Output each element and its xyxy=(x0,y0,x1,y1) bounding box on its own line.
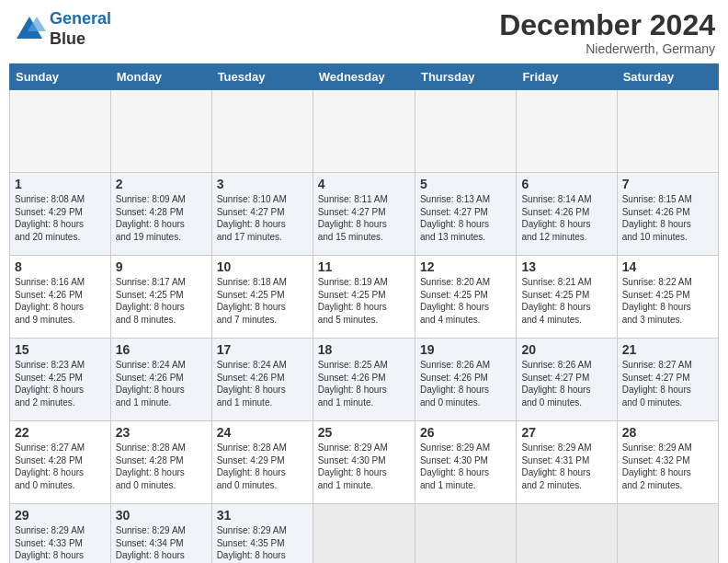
col-header-monday: Monday xyxy=(110,64,211,90)
day-number: 26 xyxy=(420,425,511,440)
col-header-tuesday: Tuesday xyxy=(211,64,313,90)
day-info: Sunrise: 8:25 AM Sunset: 4:26 PM Dayligh… xyxy=(318,359,410,408)
col-header-sunday: Sunday xyxy=(10,64,111,90)
day-info: Sunrise: 8:13 AM Sunset: 4:27 PM Dayligh… xyxy=(420,193,511,243)
day-cell: 12Sunrise: 8:20 AM Sunset: 4:25 PM Dayli… xyxy=(415,256,516,339)
day-cell: 18Sunrise: 8:25 AM Sunset: 4:26 PM Dayli… xyxy=(313,339,415,421)
day-number: 6 xyxy=(521,177,611,191)
day-info: Sunrise: 8:29 AM Sunset: 4:32 PM Dayligh… xyxy=(622,442,713,491)
day-info: Sunrise: 8:16 AM Sunset: 4:26 PM Dayligh… xyxy=(15,276,106,326)
day-cell: 17Sunrise: 8:24 AM Sunset: 4:26 PM Dayli… xyxy=(211,339,313,421)
day-info: Sunrise: 8:23 AM Sunset: 4:25 PM Dayligh… xyxy=(15,359,106,408)
page-header: General Blue December 2024 Niederwerth, … xyxy=(9,9,719,56)
day-number: 23 xyxy=(116,425,207,440)
day-info: Sunrise: 8:29 AM Sunset: 4:31 PM Dayligh… xyxy=(521,442,611,491)
day-cell: 29Sunrise: 8:29 AM Sunset: 4:33 PM Dayli… xyxy=(10,504,111,563)
location: Niederwerth, Germany xyxy=(499,41,715,56)
week-row-3: 15Sunrise: 8:23 AM Sunset: 4:25 PM Dayli… xyxy=(10,339,719,421)
day-number: 9 xyxy=(116,259,207,274)
day-cell: 22Sunrise: 8:27 AM Sunset: 4:28 PM Dayli… xyxy=(10,421,111,504)
day-cell xyxy=(110,90,211,173)
day-cell xyxy=(617,90,718,173)
day-info: Sunrise: 8:20 AM Sunset: 4:25 PM Dayligh… xyxy=(420,276,511,326)
day-cell: 24Sunrise: 8:28 AM Sunset: 4:29 PM Dayli… xyxy=(211,421,313,504)
day-info: Sunrise: 8:29 AM Sunset: 4:35 PM Dayligh… xyxy=(217,524,308,563)
day-cell: 1Sunrise: 8:08 AM Sunset: 4:29 PM Daylig… xyxy=(10,173,111,256)
day-info: Sunrise: 8:24 AM Sunset: 4:26 PM Dayligh… xyxy=(217,359,308,408)
calendar-table: SundayMondayTuesdayWednesdayThursdayFrid… xyxy=(9,63,719,563)
day-number: 30 xyxy=(116,508,207,523)
day-info: Sunrise: 8:26 AM Sunset: 4:27 PM Dayligh… xyxy=(521,359,611,408)
day-cell: 13Sunrise: 8:21 AM Sunset: 4:25 PM Dayli… xyxy=(517,256,617,339)
day-cell: 21Sunrise: 8:27 AM Sunset: 4:27 PM Dayli… xyxy=(617,339,718,421)
day-number: 8 xyxy=(15,259,106,274)
day-cell: 7Sunrise: 8:15 AM Sunset: 4:26 PM Daylig… xyxy=(617,173,718,256)
day-number: 4 xyxy=(318,177,410,191)
day-number: 29 xyxy=(15,508,106,523)
day-number: 27 xyxy=(521,425,611,440)
day-info: Sunrise: 8:29 AM Sunset: 4:30 PM Dayligh… xyxy=(420,442,511,491)
day-number: 14 xyxy=(622,259,713,274)
day-cell: 8Sunrise: 8:16 AM Sunset: 4:26 PM Daylig… xyxy=(10,256,111,339)
day-cell: 11Sunrise: 8:19 AM Sunset: 4:25 PM Dayli… xyxy=(313,256,415,339)
day-info: Sunrise: 8:29 AM Sunset: 4:34 PM Dayligh… xyxy=(116,524,207,563)
day-info: Sunrise: 8:14 AM Sunset: 4:26 PM Dayligh… xyxy=(521,193,611,243)
day-cell: 4Sunrise: 8:11 AM Sunset: 4:27 PM Daylig… xyxy=(313,173,415,256)
day-cell xyxy=(211,90,313,173)
logo: General Blue xyxy=(13,9,111,49)
day-cell: 14Sunrise: 8:22 AM Sunset: 4:25 PM Dayli… xyxy=(617,256,718,339)
week-row-4: 22Sunrise: 8:27 AM Sunset: 4:28 PM Dayli… xyxy=(10,421,719,504)
week-row-5: 29Sunrise: 8:29 AM Sunset: 4:33 PM Dayli… xyxy=(10,504,719,563)
day-cell: 15Sunrise: 8:23 AM Sunset: 4:25 PM Dayli… xyxy=(10,339,111,421)
day-cell: 20Sunrise: 8:26 AM Sunset: 4:27 PM Dayli… xyxy=(517,339,617,421)
week-row-1: 1Sunrise: 8:08 AM Sunset: 4:29 PM Daylig… xyxy=(10,173,719,256)
day-number: 28 xyxy=(622,425,713,440)
day-number: 3 xyxy=(217,177,308,191)
day-cell: 6Sunrise: 8:14 AM Sunset: 4:26 PM Daylig… xyxy=(517,173,617,256)
day-info: Sunrise: 8:08 AM Sunset: 4:29 PM Dayligh… xyxy=(15,193,106,243)
day-cell xyxy=(313,90,415,173)
day-info: Sunrise: 8:29 AM Sunset: 4:30 PM Dayligh… xyxy=(318,442,410,491)
logo-icon xyxy=(13,13,46,46)
day-cell xyxy=(313,504,415,563)
day-number: 2 xyxy=(116,177,207,191)
day-cell: 28Sunrise: 8:29 AM Sunset: 4:32 PM Dayli… xyxy=(617,421,718,504)
day-info: Sunrise: 8:21 AM Sunset: 4:25 PM Dayligh… xyxy=(521,276,611,326)
month-title: December 2024 xyxy=(499,9,715,41)
day-info: Sunrise: 8:11 AM Sunset: 4:27 PM Dayligh… xyxy=(318,193,410,243)
col-header-thursday: Thursday xyxy=(415,64,516,90)
day-info: Sunrise: 8:17 AM Sunset: 4:25 PM Dayligh… xyxy=(116,276,207,326)
col-header-wednesday: Wednesday xyxy=(313,64,415,90)
day-cell: 3Sunrise: 8:10 AM Sunset: 4:27 PM Daylig… xyxy=(211,173,313,256)
logo-text: General Blue xyxy=(50,9,111,49)
day-info: Sunrise: 8:24 AM Sunset: 4:26 PM Dayligh… xyxy=(116,359,207,408)
day-cell xyxy=(10,90,111,173)
week-row-0 xyxy=(10,90,719,173)
day-number: 15 xyxy=(15,342,106,357)
col-header-saturday: Saturday xyxy=(617,64,718,90)
day-number: 18 xyxy=(318,342,410,357)
day-info: Sunrise: 8:10 AM Sunset: 4:27 PM Dayligh… xyxy=(217,193,308,243)
day-number: 12 xyxy=(420,259,511,274)
day-cell: 25Sunrise: 8:29 AM Sunset: 4:30 PM Dayli… xyxy=(313,421,415,504)
day-number: 11 xyxy=(318,259,410,274)
day-number: 10 xyxy=(217,259,308,274)
day-cell xyxy=(617,504,718,563)
day-info: Sunrise: 8:09 AM Sunset: 4:28 PM Dayligh… xyxy=(116,193,207,243)
day-number: 22 xyxy=(15,425,106,440)
day-number: 31 xyxy=(217,508,308,523)
day-cell: 30Sunrise: 8:29 AM Sunset: 4:34 PM Dayli… xyxy=(110,504,211,563)
day-cell: 10Sunrise: 8:18 AM Sunset: 4:25 PM Dayli… xyxy=(211,256,313,339)
week-row-2: 8Sunrise: 8:16 AM Sunset: 4:26 PM Daylig… xyxy=(10,256,719,339)
day-number: 25 xyxy=(318,425,410,440)
day-cell xyxy=(415,504,516,563)
day-cell xyxy=(415,90,516,173)
day-cell: 23Sunrise: 8:28 AM Sunset: 4:28 PM Dayli… xyxy=(110,421,211,504)
day-cell: 9Sunrise: 8:17 AM Sunset: 4:25 PM Daylig… xyxy=(110,256,211,339)
day-number: 16 xyxy=(116,342,207,357)
day-number: 7 xyxy=(622,177,713,191)
day-cell: 5Sunrise: 8:13 AM Sunset: 4:27 PM Daylig… xyxy=(415,173,516,256)
day-number: 21 xyxy=(622,342,713,357)
day-number: 20 xyxy=(521,342,611,357)
day-number: 24 xyxy=(217,425,308,440)
